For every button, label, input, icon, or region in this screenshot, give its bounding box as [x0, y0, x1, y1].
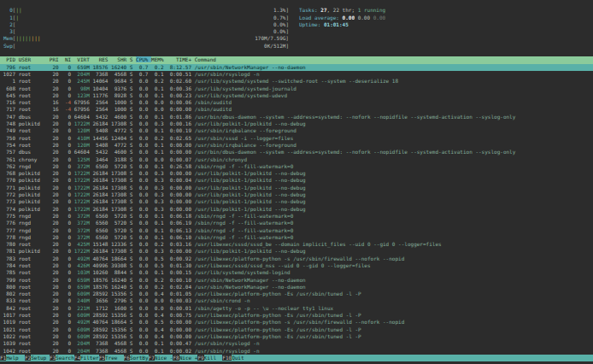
meter-cpu-3: 3[0.0%]	[3, 28, 289, 35]
meter-swap: Swp[0K/512M]	[3, 43, 289, 50]
fkey-label-f7[interactable]: Nice -	[155, 355, 173, 361]
fkey-label-f6[interactable]: SortBy	[130, 355, 149, 361]
table-row[interactable]: 774 polkitd 20 0 1722M 26184 17308 S 0.0…	[0, 206, 593, 213]
fkey-f5[interactable]: F5	[99, 355, 105, 361]
table-row[interactable]: 775 rngd 20 0 372M 6560 5720 S 0.0 0.1 0…	[0, 213, 593, 220]
table-row[interactable]: 842 root 20 0 221M 1712 1600 S 0.0 0.0 0…	[0, 305, 593, 312]
fkey-f10[interactable]: F10	[222, 355, 232, 361]
table-header: PID USER PRI NI VIRT RES SHR S CPU% MEM%…	[0, 56, 593, 63]
table-row[interactable]: 770 polkitd 20 0 1722M 26184 17308 S 0.0…	[0, 177, 593, 184]
table-row[interactable]: 785 root 20 0 103M 10260 8844 S 0.0 0.1 …	[0, 269, 593, 276]
table-row[interactable]: 799 root 20 0 659M 18576 16240 S 0.0 0.2…	[0, 277, 593, 284]
table-row[interactable]: 750 root 20 0 410M 14456 12404 S 0.0 0.2…	[0, 135, 593, 142]
htop-terminal: 0[||1.3%] 1[|0.7%] 2[0.0%] 3[0.0%]Mem[||…	[0, 0, 593, 364]
fkey-f3[interactable]: F3	[50, 355, 56, 361]
fkey-f6[interactable]: F6	[124, 355, 130, 361]
meter-cpu-1: 1[|0.7%]	[3, 15, 289, 21]
table-row[interactable]: 1042 root 20 0 204M 7368 4568 S 0.0 0.1 …	[0, 348, 593, 355]
table-row[interactable]: 748 polkitd 20 0 1722M 26184 17308 S 0.0…	[0, 120, 593, 127]
table-row[interactable]: 747 dbus 20 0 64604 5432 4600 S 0.0 0.1 …	[0, 114, 593, 120]
fkey-f8[interactable]: F8	[173, 355, 179, 361]
table-row[interactable]: 780 root 20 0 425M 15148 12336 S 0.0 0.2…	[0, 241, 593, 248]
table-row[interactable]: 802 root 20 0 609M 28592 15356 S 0.0 0.4…	[0, 291, 593, 297]
fkey-label-f8[interactable]: Nice +	[179, 355, 198, 361]
table-row[interactable]: 749 root 20 0 120M 5408 4772 S 0.0 0.1 0…	[0, 127, 593, 134]
table-row[interactable]: 757 dbus 20 0 64604 5432 4600 S 0.0 0.1 …	[0, 149, 593, 156]
table-row[interactable]: 1022 root 20 0 609M 28592 15356 S 0.0 0.…	[0, 333, 593, 340]
table-row[interactable]: 608 root 20 0 98M 10404 9376 S 0.0 0.1 0…	[0, 85, 593, 92]
table-row[interactable]: 776 rngd 20 0 372M 6560 5720 S 0.0 0.1 0…	[0, 220, 593, 226]
fkey-f7[interactable]: F7	[149, 355, 155, 361]
info-line-1: Load average: 0.00 0.00 0.00	[299, 15, 385, 21]
table-row[interactable]: 772 polkitd 20 0 1722M 26184 17308 S 0.0…	[0, 191, 593, 198]
column-header-pid[interactable]: PID	[0, 56, 19, 62]
fkey-label-f2[interactable]: Setup	[31, 355, 50, 361]
meter-memory: Mem[||||||||170M/7.59G]	[3, 35, 289, 42]
column-header-ni[interactable]: NI	[62, 56, 73, 62]
table-row[interactable]: 781 polkitd 20 0 1722M 26184 17308 S 0.0…	[0, 248, 593, 255]
table-row[interactable]: 783 root 20 0 492M 40764 18664 S 0.0 0.5…	[0, 255, 593, 262]
table-row[interactable]: 754 root 20 0 120M 5408 4772 S 0.0 0.1 0…	[0, 142, 593, 149]
meter-cpu-0: 0[||1.3%]	[3, 7, 289, 14]
fkey-label-f10[interactable]: Quit	[232, 355, 250, 361]
table-row[interactable]: 717 root 16 -4 67956 2564 1000 S 0.0 0.0…	[0, 106, 593, 113]
column-header-mem[interactable]: MEM%	[151, 56, 167, 62]
table-row[interactable]: 1 root 20 0 245M 14064 9684 S 0.0 0.2 0:…	[0, 78, 593, 85]
process-table: 796 root 20 0 659M 18576 16240 S 0.7 0.2…	[0, 64, 593, 355]
table-row[interactable]: 716 root 16 -4 67956 2564 1000 S 0.0 0.0…	[0, 99, 593, 106]
table-row[interactable]: 800 root 20 0 659M 18576 16240 S 0.0 0.2…	[0, 284, 593, 291]
table-row[interactable]: 1027 root 20 0 204M 7368 4568 S 0.7 0.1 …	[0, 71, 593, 78]
table-row[interactable]: 777 rngd 20 0 372M 6560 5720 S 0.0 0.1 0…	[0, 227, 593, 234]
fkey-label-f9[interactable]: Kill	[204, 355, 223, 361]
column-header-time[interactable]: TIME+	[167, 56, 195, 62]
table-row[interactable]: 768 polkitd 20 0 1722M 26184 17308 S 0.0…	[0, 170, 593, 177]
table-row[interactable]: 1019 root 20 0 492M 40764 18664 S 0.0 0.…	[0, 319, 593, 326]
fkey-label-f3[interactable]: Search	[56, 355, 74, 361]
table-row[interactable]: 1017 root 20 0 609M 28592 15356 S 0.0 0.…	[0, 312, 593, 319]
fkey-label-f4[interactable]: Filter	[80, 355, 99, 361]
meter-cpu-2: 2[0.0%]	[3, 21, 289, 28]
fkey-label-f5[interactable]: Tree	[105, 355, 124, 361]
table-row[interactable]: 1021 root 20 0 609M 28592 15356 S 0.0 0.…	[0, 326, 593, 333]
table-row[interactable]: 778 rngd 20 0 372M 6560 5720 S 0.0 0.1 0…	[0, 234, 593, 241]
table-row[interactable]: 761 chrony 20 0 125M 3464 3188 S 0.0 0.0…	[0, 156, 593, 163]
column-header-command[interactable]: Command	[195, 56, 216, 62]
column-header-virt[interactable]: VIRT	[74, 56, 93, 62]
fkey-f4[interactable]: F4	[74, 355, 80, 361]
table-row[interactable]: 784 root 20 0 426M 40996 39308 S 0.0 0.5…	[0, 262, 593, 269]
table-row[interactable]: 645 root 20 0 123M 11776 8928 S 0.0 0.1 …	[0, 92, 593, 99]
table-row[interactable]: 1039 root 20 0 204M 7368 4568 S 0.0 0.1 …	[0, 340, 593, 347]
column-header-pri[interactable]: PRI	[50, 56, 62, 62]
column-header-s[interactable]: S	[130, 56, 136, 62]
table-row[interactable]: 833 root 20 0 240M 3656 2796 S 0.0 0.0 0…	[0, 297, 593, 304]
column-header-user[interactable]: USER	[19, 56, 50, 62]
table-row[interactable]: 771 polkitd 20 0 1722M 26184 17308 S 0.0…	[0, 185, 593, 191]
table-row[interactable]: 762 rngd 20 0 372M 6560 5720 S 0.0 0.1 0…	[0, 163, 593, 170]
info-line-0: Tasks: 27, 22 thr; 1 running	[299, 7, 385, 14]
column-header-cpu[interactable]: CPU%	[136, 56, 151, 62]
fkey-label-f1[interactable]: Help	[6, 355, 25, 361]
fkey-f9[interactable]: F9	[197, 355, 203, 361]
table-row[interactable]: 796 root 20 0 659M 18576 16240 S 0.7 0.2…	[0, 64, 593, 71]
column-header-res[interactable]: RES	[92, 56, 111, 62]
meter-column: 0[||1.3%] 1[|0.7%] 2[0.0%] 3[0.0%]Mem[||…	[3, 7, 289, 50]
table-row[interactable]: 773 polkitd 20 0 1722M 26184 17308 S 0.0…	[0, 198, 593, 205]
function-key-bar: F1Help F2Setup F3SearchF4FilterF5Tree F6…	[0, 355, 593, 362]
info-line-2: Uptime: 01:01:45	[299, 21, 385, 28]
system-info: Tasks: 27, 22 thr; 1 runningLoad average…	[299, 7, 385, 28]
column-header-shr[interactable]: SHR	[111, 56, 130, 62]
